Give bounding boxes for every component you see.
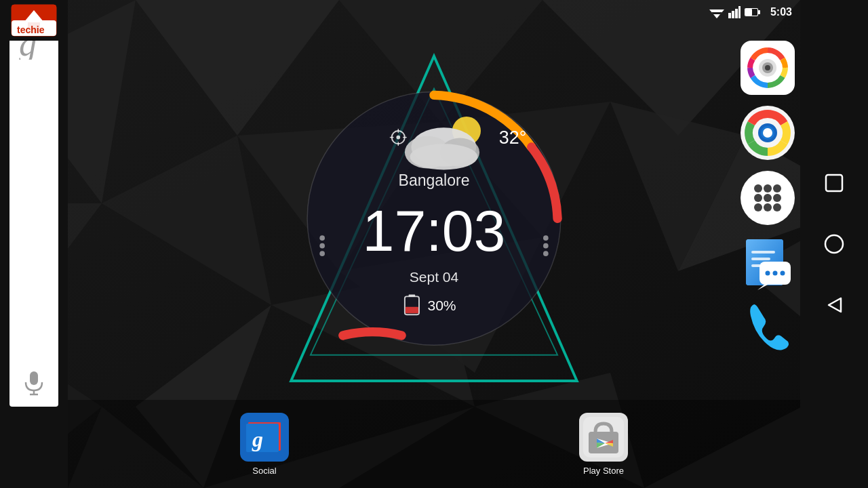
svg-rect-37	[738, 6, 741, 18]
svg-point-84	[764, 194, 772, 202]
circle-icon[interactable]	[823, 232, 846, 256]
svg-point-80	[754, 184, 762, 192]
svg-point-81	[764, 184, 772, 192]
svg-point-58	[319, 243, 325, 249]
wifi-icon	[709, 6, 724, 18]
svg-point-57	[319, 235, 325, 241]
svg-point-49	[410, 144, 478, 169]
mic-icon[interactable]	[22, 371, 46, 396]
svg-rect-68	[406, 307, 418, 314]
camera-app-icon[interactable]	[741, 41, 795, 95]
social-label: Social	[252, 466, 276, 476]
svg-point-61	[543, 243, 549, 249]
svg-text:30%: 30%	[427, 298, 456, 313]
svg-point-88	[773, 203, 781, 211]
svg-point-86	[754, 203, 762, 211]
app-drawer-icon[interactable]	[741, 171, 795, 225]
svg-marker-33	[713, 14, 720, 18]
techie-logo: techie	[0, 0, 68, 41]
svg-marker-113	[829, 298, 841, 312]
clock-widget[interactable]: 32° Bangalore 17:03 Sept 04 30%	[278, 35, 590, 415]
svg-point-62	[543, 251, 549, 256]
svg-rect-39	[758, 10, 760, 14]
svg-point-60	[543, 235, 549, 241]
svg-point-82	[773, 184, 781, 192]
nav-back-button[interactable]	[821, 291, 848, 319]
playstore-dock-item[interactable]: Play Store	[579, 413, 628, 476]
svg-point-74	[765, 65, 770, 70]
playstore-icon[interactable]	[579, 413, 628, 462]
svg-point-78	[763, 128, 772, 138]
svg-point-52	[396, 136, 400, 140]
social-icon[interactable]: g	[240, 413, 289, 462]
battery-icon	[745, 7, 761, 17]
svg-text:Sept 04: Sept 04	[410, 269, 459, 285]
left-panel: g	[0, 0, 68, 488]
svg-rect-28	[30, 371, 38, 385]
svg-text:g: g	[252, 427, 263, 451]
svg-rect-34	[728, 13, 731, 18]
status-time: 5:03	[770, 6, 792, 18]
svg-rect-91	[751, 251, 775, 253]
clock-svg: 32° Bangalore 17:03 Sept 04 30%	[278, 28, 590, 422]
square-icon[interactable]	[823, 172, 845, 194]
svg-point-97	[773, 271, 778, 276]
svg-marker-95	[757, 285, 768, 290]
chrome-app-icon[interactable]	[741, 106, 795, 160]
svg-rect-92	[751, 258, 770, 260]
right-apps	[741, 41, 795, 355]
playstore-label: Play Store	[583, 466, 624, 476]
messages-app-icon[interactable]	[741, 236, 795, 290]
status-bar: 5:03	[68, 0, 800, 24]
back-icon[interactable]	[823, 294, 845, 316]
svg-text:Bangalore: Bangalore	[399, 171, 470, 189]
nav-square-button[interactable]	[821, 169, 848, 197]
google-search-bar[interactable]: g	[9, 14, 58, 407]
status-icons: 5:03	[709, 6, 792, 18]
svg-rect-35	[732, 11, 734, 18]
svg-point-85	[773, 194, 781, 202]
svg-point-96	[766, 271, 770, 276]
svg-rect-41	[745, 9, 752, 16]
social-dock-item[interactable]: g Social	[240, 413, 289, 476]
svg-point-112	[825, 235, 843, 253]
svg-text:techie: techie	[17, 24, 45, 35]
svg-text:32°: 32°	[499, 127, 527, 148]
nav-circle-button[interactable]	[821, 230, 848, 258]
bottom-dock: g Social Play Store	[68, 400, 800, 488]
svg-rect-111	[826, 175, 842, 191]
phone-app-icon[interactable]	[741, 301, 795, 355]
svg-point-87	[764, 203, 772, 211]
logo-svg: techie	[10, 3, 58, 37]
svg-point-59	[319, 251, 325, 256]
svg-text:17:03: 17:03	[362, 199, 505, 263]
signal-icon	[728, 6, 741, 18]
svg-rect-36	[735, 9, 738, 18]
svg-point-83	[754, 194, 762, 202]
svg-rect-67	[409, 295, 416, 297]
svg-point-98	[781, 271, 785, 276]
right-panel	[800, 0, 868, 488]
